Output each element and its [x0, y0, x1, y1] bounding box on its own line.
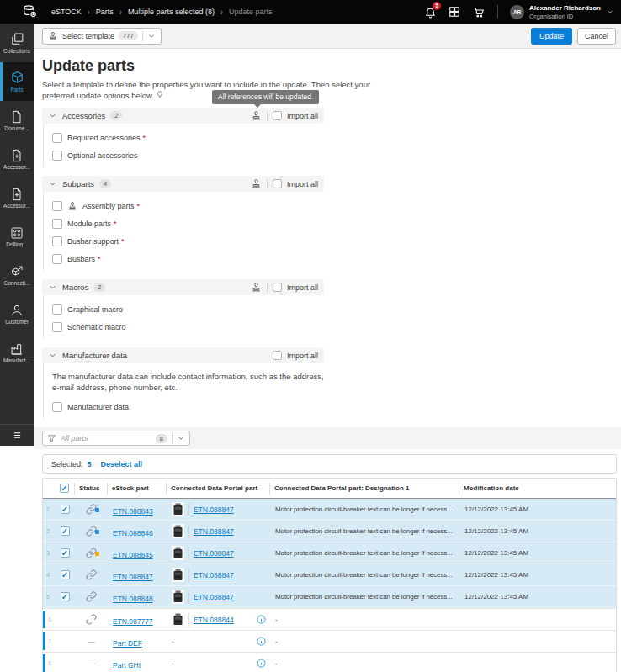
sidebar-item-connections[interactable]: Connecti... — [0, 256, 34, 294]
sidebar-item-documents[interactable]: Docume... — [0, 101, 34, 140]
optional-accessories-checkbox[interactable] — [52, 151, 62, 161]
table-row[interactable]: 2 ETN.088846 ETN.088847 Motor protection… — [43, 521, 616, 542]
import-all-checkbox[interactable] — [273, 179, 282, 188]
estock-part-link[interactable]: ETN.088847 — [113, 573, 153, 581]
section-subparts: Subparts 4 Import all — [42, 176, 324, 271]
sidebar-item-accessories-1[interactable]: Accessor... — [0, 140, 34, 178]
estock-part-link[interactable]: ETN.087777 — [113, 617, 153, 626]
schematic-macro-checkbox[interactable] — [52, 322, 62, 332]
busbars-checkbox[interactable] — [52, 254, 62, 264]
portal-part-link[interactable]: ETN.088844 — [194, 616, 234, 624]
row-checkbox[interactable] — [61, 570, 70, 579]
import-all-checkbox[interactable] — [273, 283, 282, 292]
module-parts-checkbox[interactable] — [52, 219, 62, 229]
estock-part-link[interactable]: Part DEF — [113, 639, 142, 648]
template-stamp-icon[interactable] — [251, 110, 262, 121]
busbar-support-checkbox[interactable] — [52, 236, 62, 246]
table-row[interactable]: 5 ETN.088848 ETN.088847 Motor protection… — [43, 586, 616, 608]
user-menu[interactable]: AR Alexander Richardson Organisation ID — [510, 4, 614, 20]
estock-part-link[interactable]: ETN.088843 — [113, 507, 153, 516]
column-designation[interactable]: Connected Data Portal part: Designation … — [270, 483, 459, 495]
table-row[interactable]: 3 ETN.088845 ETN.088847 Motor protection… — [43, 542, 616, 564]
select-template-dropdown[interactable]: Select template 777 — [42, 28, 162, 45]
portal-part-link[interactable]: ETN.088847 — [194, 593, 234, 601]
column-modification-date[interactable]: Modification date — [459, 484, 616, 492]
section-count-badge: 2 — [110, 111, 122, 120]
estock-part-link[interactable]: ETN.088846 — [113, 529, 153, 537]
estock-part-link[interactable]: ETN.088845 — [113, 551, 153, 559]
chevron-down-icon — [48, 179, 57, 188]
manufacturer-data-checkbox[interactable] — [52, 402, 62, 412]
update-button[interactable]: Update — [531, 28, 572, 45]
portal-part-link[interactable]: ETN.088847 — [194, 505, 234, 514]
status-dot-blue — [95, 530, 99, 534]
breadcrumb-multiple-parts[interactable]: Multiple parts selected (8) — [128, 8, 215, 16]
portal-part-link[interactable]: ETN.088847 — [194, 571, 234, 579]
column-portal-part[interactable]: Connected Data Portal part — [167, 483, 270, 495]
template-stamp-icon[interactable] — [251, 282, 262, 293]
sidebar-item-drilling[interactable]: Drilling... — [0, 217, 34, 256]
column-status[interactable]: Status — [75, 483, 108, 495]
sidebar-item-parts[interactable]: Parts — [0, 62, 34, 101]
breadcrumb-estock[interactable]: eSTOCK — [51, 8, 82, 16]
template-stamp-icon[interactable] — [251, 178, 262, 189]
user-name: Alexander Richardson — [529, 4, 601, 13]
parts-filter-dropdown[interactable]: All parts 8 — [42, 431, 190, 446]
deselect-all-link[interactable]: Deselect all — [101, 460, 143, 468]
sidebar-item-manufacturer[interactable]: Manufact... — [0, 333, 34, 372]
table-row[interactable]: 6 ETN.087777 ETN.088844 - — [43, 608, 616, 630]
estock-part-link[interactable]: ETN.088848 — [113, 595, 153, 603]
apps-grid-icon[interactable] — [448, 6, 460, 18]
avatar: AR — [510, 5, 524, 19]
status-cell — [75, 591, 108, 602]
breadcrumb-parts[interactable]: Parts — [96, 8, 114, 16]
select-all-checkbox[interactable] — [60, 484, 69, 493]
header-actions: 5 AR Alexander Richardson Organisa — [424, 4, 614, 20]
option-schematic-macro: Schematic macro — [52, 318, 324, 336]
designation-cell: Motor protection circuit-breaker text ca… — [270, 505, 459, 513]
sidebar-item-customer[interactable]: Customer — [0, 294, 34, 333]
modification-date-cell: 12/12/2022 13:45 AM — [459, 571, 616, 579]
table-row[interactable]: 4 ETN.088847 ETN.088847 Motor protection… — [43, 564, 616, 586]
graphical-macro-checkbox[interactable] — [52, 304, 62, 315]
import-all-checkbox[interactable] — [273, 111, 282, 120]
portal-part-link[interactable]: ETN.088847 — [194, 549, 234, 558]
filter-band: All parts 8 — [34, 427, 621, 449]
chevron-down-icon — [48, 111, 57, 120]
row-checkbox[interactable] — [61, 526, 70, 536]
cart-icon[interactable] — [472, 6, 486, 19]
estock-part-link[interactable]: Part GHI — [113, 661, 141, 669]
status-cell: — — [75, 659, 108, 668]
section-subparts-header[interactable]: Subparts 4 Import all — [42, 176, 324, 192]
notifications-bell-icon[interactable]: 5 — [424, 6, 437, 19]
sidebar-collapse-button[interactable] — [0, 424, 34, 446]
info-icon[interactable] — [257, 637, 266, 646]
section-macros-header[interactable]: Macros 2 Import all — [42, 279, 324, 295]
table-row[interactable]: 1 ETN.088843 ETN.088847 Motor protection… — [43, 499, 616, 521]
portal-part-link[interactable]: ETN.088847 — [194, 527, 234, 536]
info-icon[interactable] — [257, 615, 266, 624]
import-all-checkbox[interactable] — [273, 351, 282, 360]
estock-logo-icon[interactable] — [22, 4, 38, 19]
section-manufacturer-header[interactable]: Manufacturer data Import all — [42, 347, 324, 363]
template-stamp-icon — [48, 31, 58, 41]
section-manufacturer-data: Manufacturer data Import all The manufac… — [42, 347, 324, 419]
sidebar-item-collections[interactable]: Collections — [0, 24, 34, 62]
sidebar-item-accessories-2[interactable]: Accessor... — [0, 178, 34, 217]
row-checkbox[interactable] — [61, 548, 70, 558]
table-row[interactable]: 7 — Part DEF - - — [43, 630, 616, 652]
column-estock-part[interactable]: eStock part — [108, 483, 167, 495]
section-accessories-header[interactable]: Accessories 2 Import all — [42, 108, 324, 124]
designation-cell: - — [270, 616, 459, 623]
table-row[interactable]: 8 — Part GHI - - — [43, 652, 616, 672]
row-checkbox[interactable] — [61, 592, 70, 601]
required-accessories-checkbox[interactable] — [52, 133, 62, 143]
row-checkbox[interactable] — [61, 505, 70, 514]
lightbulb-icon[interactable] — [156, 90, 164, 99]
info-icon[interactable] — [257, 659, 266, 668]
import-all-label: Import all — [287, 112, 318, 120]
assembly-parts-checkbox[interactable] — [52, 201, 62, 211]
parts-table: Status eStock part Connected Data Portal… — [42, 478, 617, 672]
import-all-label: Import all — [287, 283, 318, 292]
cancel-button[interactable]: Cancel — [577, 28, 616, 45]
